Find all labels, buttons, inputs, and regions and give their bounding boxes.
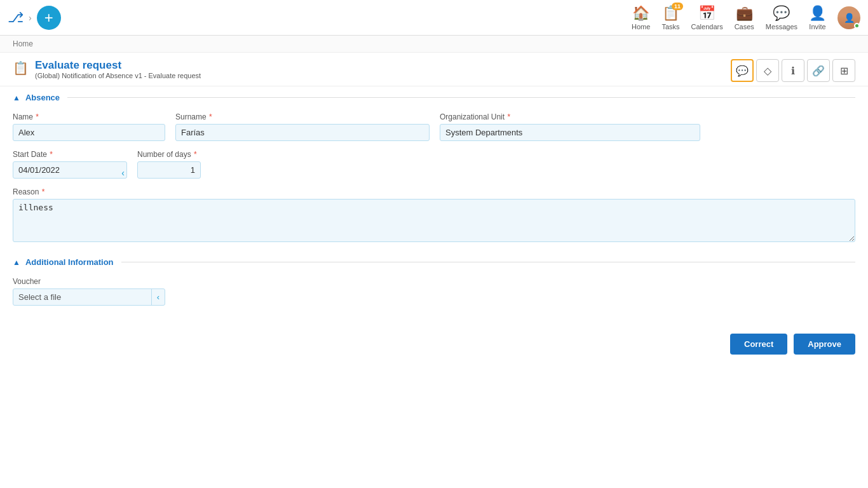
startdate-input[interactable] [13,161,127,179]
correct-button[interactable]: Correct [730,334,787,355]
numdays-label: Number of days * [137,150,201,159]
topbar-left: ⎇ › + [8,6,632,30]
voucher-field-group: Voucher Select a file ‹ [13,277,165,306]
startdate-required: * [48,150,53,159]
toolbar-icons: 💬 ◇ ℹ 🔗 ⊞ [731,59,855,82]
additional-info-collapse-chevron[interactable]: ▲ [13,258,20,267]
surname-input[interactable] [175,124,430,141]
voucher-select-button[interactable]: ‹ [151,289,165,305]
voucher-label: Voucher [13,277,165,286]
form-row-1: Name * Surname * Organizational Unit * [13,112,855,141]
name-label: Name * [13,112,165,121]
additional-info-form: Voucher Select a file ‹ [0,271,868,306]
nav-messages[interactable]: 💬 Messages [766,5,797,30]
breadcrumb: Home [0,36,868,53]
nav-cases-label: Cases [735,23,754,30]
reason-field-group: Reason * illness [13,187,855,242]
nav-home[interactable]: 🏠 Home [632,5,650,30]
info-icon: ℹ [791,65,795,77]
nav-messages-label: Messages [766,23,797,30]
additional-info-section-header: ▲ Additional Information [0,251,868,271]
page-subtitle: (Global) Notification of Absence v1 - Ev… [35,72,201,79]
nav-invite-label: Invite [809,23,825,30]
nav-tasks-label: Tasks [661,23,679,30]
absence-section-header: ▲ Absence [0,86,868,106]
startdate-label: Start Date * [13,150,127,159]
numdays-input[interactable] [137,161,201,179]
invite-icon: 👤 [809,5,826,22]
surname-label: Surname * [175,112,430,121]
additional-info-section-label: Additional Information [25,257,114,267]
topbar: ⎇ › + 🏠 Home 📋 11 Tasks 📅 Calendars 💼 Ca… [0,0,868,36]
toolbar-diamond-button[interactable]: ◇ [756,59,779,82]
branch-icon: ⎇ [8,10,24,26]
page-title-block: 📋 Evaluate request (Global) Notification… [13,59,201,79]
link-icon: 🔗 [812,65,825,77]
topbar-right: 🏠 Home 📋 11 Tasks 📅 Calendars 💼 Cases 💬 … [632,5,860,30]
grid-icon: ⊞ [840,65,848,77]
cases-icon: 💼 [736,5,753,22]
page-title: Evaluate request [35,59,201,72]
approve-button[interactable]: Approve [794,334,855,355]
action-row: Correct Approve [0,315,868,367]
numdays-field-group: Number of days * [137,150,201,179]
orgunit-required: * [505,112,510,121]
calendars-icon: 📅 [698,5,715,22]
reason-label: Reason * [13,187,855,196]
orgunit-field-group: Organizational Unit * [440,112,700,141]
nav-invite[interactable]: 👤 Invite [809,5,826,30]
voucher-form-row: Voucher Select a file ‹ [13,277,855,306]
reason-textarea[interactable]: illness [13,199,855,242]
home-icon: 🏠 [632,5,649,22]
name-required: * [34,112,39,121]
name-field-group: Name * [13,112,165,141]
toolbar-link-button[interactable]: 🔗 [807,59,830,82]
tasks-badge: 11 [672,3,683,10]
nav-calendars-label: Calendars [691,23,723,30]
voucher-select-wrap: Select a file ‹ [13,288,165,306]
startdate-field-group: Start Date * ‹ [13,150,127,179]
absence-form: Name * Surname * Organizational Unit * S… [0,106,868,242]
messages-icon: 💬 [773,5,790,22]
page-title-text: Evaluate request (Global) Notification o… [35,59,201,79]
voucher-placeholder-text: Select a file [13,289,151,305]
absence-section-line [67,97,855,98]
toolbar-comment-button[interactable]: 💬 [731,59,754,82]
nav-cases[interactable]: 💼 Cases [735,5,754,30]
name-input[interactable] [13,124,165,141]
add-button[interactable]: + [37,6,61,30]
avatar-container[interactable]: 👤 [837,6,860,29]
toolbar-info-button[interactable]: ℹ [782,59,804,82]
absence-collapse-chevron[interactable]: ▲ [13,93,20,102]
form-row-3: Reason * illness [13,187,855,242]
avatar-online-dot [854,23,860,29]
surname-field-group: Surname * [175,112,430,141]
nav-chevron-icon: › [29,13,32,23]
nav-tasks[interactable]: 📋 11 Tasks [661,5,679,30]
tasks-icon: 📋 11 [662,5,679,22]
numdays-required: * [192,150,197,159]
orgunit-input[interactable] [440,124,700,141]
form-row-2: Start Date * ‹ Number of days * [13,150,855,179]
absence-section-label: Absence [25,93,60,102]
nav-calendars[interactable]: 📅 Calendars [691,5,723,30]
page-header: 📋 Evaluate request (Global) Notification… [0,53,868,86]
additional-info-section-line [121,262,855,262]
orgunit-label: Organizational Unit * [440,112,700,121]
toolbar-grid-button[interactable]: ⊞ [832,59,855,82]
reason-required: * [39,187,44,196]
page-title-icon: 📋 [13,60,29,76]
diamond-icon: ◇ [764,65,771,77]
startdate-picker-button[interactable]: ‹ [121,168,125,173]
nav-home-label: Home [632,23,650,30]
surname-required: * [207,112,212,121]
comment-icon: 💬 [736,65,749,77]
